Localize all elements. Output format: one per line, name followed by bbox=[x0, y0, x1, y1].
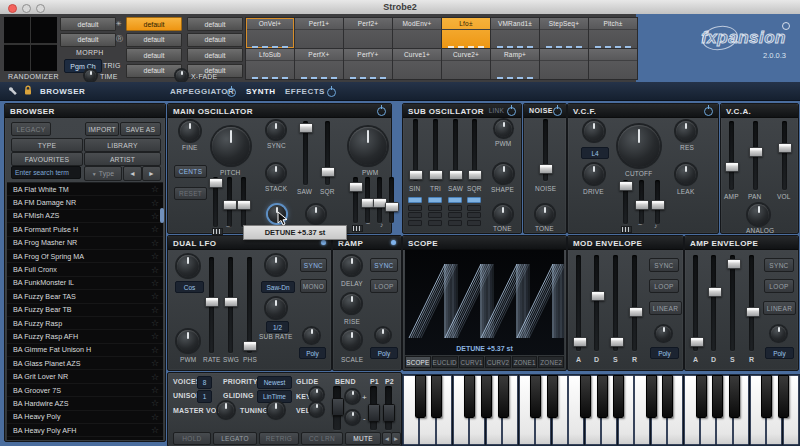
type-filter-button[interactable]: TYPE bbox=[11, 138, 83, 152]
leak-knob[interactable] bbox=[676, 164, 696, 184]
mod-env-loop-button[interactable]: LOOP bbox=[649, 279, 679, 293]
scope-tab-zone2[interactable]: ZONE2 bbox=[538, 356, 564, 368]
mod-slot-perf1[interactable]: Perf1+ bbox=[295, 18, 343, 48]
mod-slot-perfy[interactable]: PerfY+ bbox=[344, 49, 392, 79]
noise-level-slider[interactable] bbox=[540, 119, 550, 181]
lfo-sub-wave-value[interactable]: Saw-Dn bbox=[261, 281, 295, 293]
next-preset-button[interactable]: ► bbox=[142, 166, 161, 181]
preset-row[interactable]: BA Fuzzy Bear TAS☆ bbox=[7, 290, 163, 303]
cents-button[interactable]: CENTS bbox=[174, 165, 207, 178]
randomizer-slot-button[interactable]: default bbox=[60, 33, 116, 47]
scope-tab-euclid[interactable]: EUCLID bbox=[432, 356, 458, 368]
favourite-star-icon[interactable]: ☆ bbox=[151, 399, 159, 407]
favourite-star-icon[interactable]: ☆ bbox=[151, 386, 159, 394]
preset-row[interactable]: BA Gimme Fat Unison H☆ bbox=[7, 344, 163, 357]
favourite-star-icon[interactable]: ☆ bbox=[151, 359, 159, 367]
lfo-swing-slider[interactable] bbox=[225, 257, 235, 353]
randomizer-slot-button[interactable]: default bbox=[126, 64, 182, 78]
analog-knob[interactable] bbox=[748, 204, 769, 225]
preset-row[interactable]: BA House Bounce H☆ bbox=[7, 437, 163, 440]
sub-sqr-slider[interactable] bbox=[469, 119, 479, 181]
randomizer-pad[interactable] bbox=[4, 45, 30, 71]
piano-black-key[interactable] bbox=[613, 375, 624, 418]
preset-row[interactable]: BA Hardwire AZS☆ bbox=[7, 397, 163, 410]
amp-env-attack-slider[interactable] bbox=[690, 255, 701, 351]
randomizer-slot-button[interactable]: default bbox=[126, 48, 182, 62]
favourite-star-icon[interactable]: ☆ bbox=[151, 426, 159, 434]
preset-row[interactable]: BA Fuzzy Rasp AFH☆ bbox=[7, 330, 163, 343]
ramp-rise-knob[interactable] bbox=[342, 294, 361, 313]
mod-slot-empty[interactable] bbox=[540, 49, 588, 79]
cc-learn-button[interactable]: CC LRN bbox=[301, 432, 343, 445]
favourite-star-icon[interactable]: ☆ bbox=[151, 413, 159, 421]
piano-black-key[interactable] bbox=[464, 375, 475, 418]
glide-key-knob[interactable] bbox=[310, 388, 323, 401]
scope-tab-zone1[interactable]: ZONE1 bbox=[512, 356, 538, 368]
snowflake-icon[interactable]: ✳ bbox=[116, 20, 122, 28]
amp-env-sync-button[interactable]: SYNC bbox=[764, 258, 794, 272]
mod-env-release-slider[interactable] bbox=[629, 255, 640, 351]
ramp-delay-knob[interactable] bbox=[342, 256, 361, 275]
next-arrow-button[interactable]: ► bbox=[391, 432, 401, 445]
cutoff-knob[interactable] bbox=[618, 125, 660, 167]
randomizer-pad[interactable] bbox=[31, 17, 57, 43]
preset-row[interactable]: BA Full Cronx☆ bbox=[7, 263, 163, 276]
mute-button[interactable]: MUTE bbox=[345, 432, 381, 445]
sub-saw-octave[interactable] bbox=[448, 197, 462, 227]
mod-slot-stepseq[interactable]: StepSeq+ bbox=[540, 18, 588, 48]
lfo-rate-slider[interactable] bbox=[206, 257, 216, 353]
ramp-loop-button[interactable]: LOOP bbox=[370, 279, 398, 293]
sub-saw-slider[interactable] bbox=[450, 119, 460, 181]
osc-mix-slider[interactable] bbox=[238, 177, 248, 227]
mod-slot-ramp[interactable]: Ramp+ bbox=[491, 49, 539, 79]
randomizer-slot-button[interactable]: default bbox=[187, 48, 243, 62]
mod-slot-perfx[interactable]: PerfX+ bbox=[295, 49, 343, 79]
tab-arpeggiator[interactable]: ARPEGGIATOR bbox=[170, 87, 234, 96]
favourite-star-icon[interactable]: ☆ bbox=[151, 346, 159, 354]
piano-black-key[interactable] bbox=[712, 375, 723, 418]
lock-icon[interactable] bbox=[23, 85, 33, 96]
save-as-button[interactable]: SAVE AS bbox=[120, 122, 161, 136]
randomizer-slot-button[interactable]: default bbox=[126, 33, 182, 47]
piano-black-key[interactable] bbox=[547, 375, 558, 418]
artist-filter-button[interactable]: ARTIST bbox=[84, 152, 161, 166]
lfo-wave-value[interactable]: Cos bbox=[175, 281, 204, 293]
favourite-star-icon[interactable]: ☆ bbox=[151, 225, 159, 233]
scope-tab-curv2[interactable]: CURV2 bbox=[485, 356, 511, 368]
mod-env-poly-knob[interactable] bbox=[656, 326, 671, 341]
legato-button[interactable]: LEGATO bbox=[213, 432, 257, 445]
mod-slot-pitch[interactable]: Pitch± bbox=[589, 18, 637, 48]
preset-list-scrollbar[interactable] bbox=[160, 208, 164, 223]
favourite-star-icon[interactable]: ☆ bbox=[151, 373, 159, 381]
pan-slider[interactable] bbox=[749, 121, 761, 190]
noise-power-icon[interactable] bbox=[553, 107, 562, 116]
ramp-sync-button[interactable]: SYNC bbox=[370, 258, 398, 272]
sub-tone-knob[interactable] bbox=[494, 205, 512, 223]
preset-row[interactable]: BA FM Damage NR☆ bbox=[7, 196, 163, 209]
bend-slider[interactable] bbox=[331, 386, 343, 430]
amp-env-poly-value[interactable]: Poly bbox=[765, 347, 794, 359]
favourite-star-icon[interactable]: ☆ bbox=[151, 279, 159, 287]
pitch-knob[interactable] bbox=[212, 127, 250, 165]
sub-pwm-knob[interactable] bbox=[495, 120, 512, 137]
osc-mod-slider[interactable] bbox=[350, 177, 360, 223]
wrench-icon[interactable] bbox=[8, 86, 18, 96]
preset-row[interactable]: BA Heavy Poly☆ bbox=[7, 411, 163, 424]
ramp-scale-knob[interactable] bbox=[342, 330, 361, 349]
favourite-star-icon[interactable]: ☆ bbox=[151, 306, 159, 314]
stack-knob[interactable] bbox=[267, 164, 285, 182]
piano-black-key[interactable] bbox=[530, 375, 541, 418]
drive-knob[interactable] bbox=[584, 164, 604, 184]
mod-env-attack-slider[interactable] bbox=[573, 255, 584, 351]
sort-dropdown[interactable]: ▼ Type bbox=[84, 166, 122, 181]
vcf-power-icon[interactable] bbox=[704, 107, 713, 116]
sub-sin-octave[interactable] bbox=[408, 197, 422, 227]
lfo-phase-slider[interactable] bbox=[244, 257, 254, 353]
preset-row[interactable]: BA Flat White TM☆ bbox=[7, 183, 163, 196]
osc-mod-slider[interactable] bbox=[374, 177, 384, 223]
favourite-star-icon[interactable]: ☆ bbox=[151, 292, 159, 300]
hold-button[interactable]: HOLD bbox=[173, 432, 211, 445]
favourite-star-icon[interactable]: ☆ bbox=[151, 199, 159, 207]
piano-black-key[interactable] bbox=[646, 375, 657, 418]
favourite-star-icon[interactable]: ☆ bbox=[151, 332, 159, 340]
